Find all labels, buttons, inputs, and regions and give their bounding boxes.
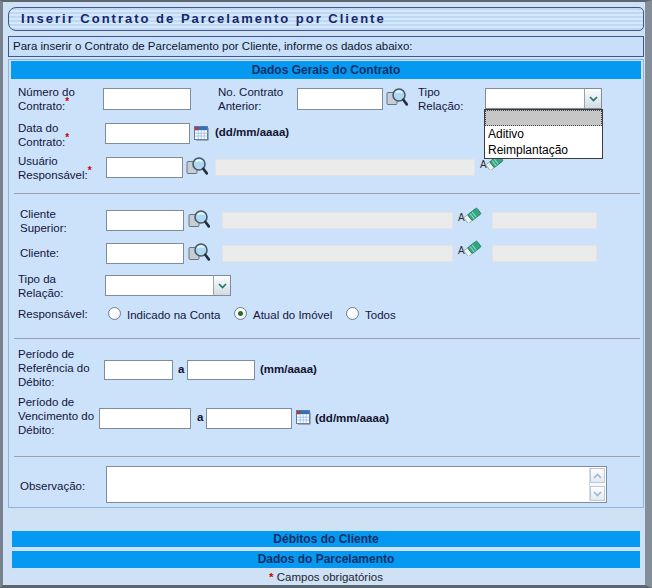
section-divider [14, 338, 640, 339]
scroll-down-button[interactable] [590, 486, 605, 501]
cliente-superior-extra-display [492, 212, 597, 229]
numero-contrato-input[interactable] [103, 88, 191, 110]
search-icon[interactable] [188, 208, 211, 231]
cliente-name-display [222, 245, 453, 262]
tipo-relacao-dropdown-list: Aditivo Reimplantação [484, 109, 603, 159]
tipo-relacao-label: Tipo Relação: [418, 85, 478, 113]
cliente-superior-input[interactable] [106, 210, 184, 231]
cliente-superior-label: Cliente Superior: [20, 207, 90, 235]
radio-todos[interactable] [346, 307, 359, 320]
periodo-vencimento-inicio-input[interactable] [99, 408, 191, 429]
search-icon[interactable] [188, 241, 211, 264]
section-header-debitos-do-cliente: Débitos do Cliente [12, 531, 640, 547]
cliente-extra-display [492, 245, 597, 262]
required-marker: * [65, 96, 69, 107]
section-divider [14, 456, 640, 457]
intro-text: Para inserir o Contrato de Parcelamento … [8, 36, 644, 57]
usuario-responsavel-name-display [215, 159, 475, 176]
contrato-anterior-label: No. Contrato Anterior: [218, 85, 300, 113]
section-divider [14, 193, 640, 194]
responsavel-label: Responsável: [18, 307, 88, 321]
data-contrato-label: Data do Contrato:* [18, 121, 102, 149]
radio-todos-label: Todos [365, 308, 396, 322]
observacao-label: Observação: [20, 479, 85, 493]
range-separator: a [178, 363, 184, 375]
chevron-down-icon[interactable] [584, 89, 601, 108]
dropdown-option-reimplantacao[interactable]: Reimplantação [485, 142, 602, 158]
range-separator: a [197, 411, 203, 423]
periodo-vencimento-fim-input[interactable] [206, 408, 292, 429]
section-header-dados-do-parcelamento: Dados do Parcelamento [12, 551, 640, 568]
required-note-text: Campos obrigatórios [277, 571, 383, 583]
dropdown-option-empty[interactable] [485, 110, 602, 126]
scroll-up-button[interactable] [590, 468, 605, 483]
periodo-referencia-label: Período de Referência do Débito: [18, 347, 104, 389]
tipo-relacao-selected-value [486, 93, 489, 105]
page-title-bar: Inserir Contrato de Parcelamento por Cli… [8, 7, 644, 31]
form-panel: Dados Gerais do Contrato Número do Contr… [8, 59, 644, 508]
section-header-dados-gerais: Dados Gerais do Contrato [11, 61, 641, 79]
periodo-referencia-format-hint: (mm/aaaa) [260, 363, 317, 375]
search-icon[interactable] [386, 86, 409, 109]
tipo-da-relacao-selected-value [106, 280, 109, 292]
tipo-da-relacao-label: Tipo da Relação: [18, 272, 88, 300]
search-icon[interactable] [186, 155, 209, 178]
usuario-responsavel-input[interactable] [106, 157, 183, 178]
textarea-scrollbar[interactable] [589, 468, 605, 501]
cliente-input[interactable] [106, 243, 184, 264]
periodo-referencia-fim-input[interactable] [187, 360, 255, 380]
tipo-relacao-select[interactable] [485, 88, 602, 109]
radio-indicado-na-conta[interactable] [108, 307, 121, 320]
required-fields-note: * Campos obrigatórios [0, 571, 652, 583]
usuario-responsavel-label: Usuário Responsável:* [18, 154, 108, 182]
eraser-icon [463, 239, 483, 256]
clear-field-button[interactable]: A [458, 206, 483, 223]
calendar-icon[interactable] [194, 126, 209, 141]
required-marker: * [269, 571, 273, 583]
periodo-vencimento-label: Período de Vencimento do Débito: [18, 395, 98, 437]
required-marker: * [65, 132, 69, 143]
cliente-label: Cliente: [20, 246, 90, 260]
numero-contrato-label: Número do Contrato:* [18, 85, 102, 113]
chevron-down-icon[interactable] [213, 276, 230, 295]
contrato-anterior-input[interactable] [297, 88, 383, 110]
radio-atual-do-imovel[interactable] [234, 307, 247, 320]
observacao-textarea[interactable] [106, 466, 607, 503]
tipo-da-relacao-select[interactable] [105, 275, 231, 296]
eraser-icon [463, 206, 483, 223]
periodo-referencia-inicio-input[interactable] [104, 360, 173, 380]
calendar-icon[interactable] [296, 410, 311, 425]
radio-atual-do-imovel-label: Atual do Imóvel [253, 308, 332, 322]
data-contrato-input[interactable] [105, 123, 190, 144]
clear-field-button[interactable]: A [458, 239, 483, 256]
periodo-vencimento-format-hint: (dd/mm/aaaa) [315, 412, 389, 424]
page-title: Inserir Contrato de Parcelamento por Cli… [9, 8, 643, 30]
required-marker: * [88, 165, 92, 176]
radio-indicado-na-conta-label: Indicado na Conta [127, 308, 220, 322]
data-contrato-format-hint: (dd/mm/aaaa) [215, 126, 289, 138]
cliente-superior-name-display [222, 212, 453, 229]
dropdown-option-aditivo[interactable]: Aditivo [485, 126, 602, 142]
